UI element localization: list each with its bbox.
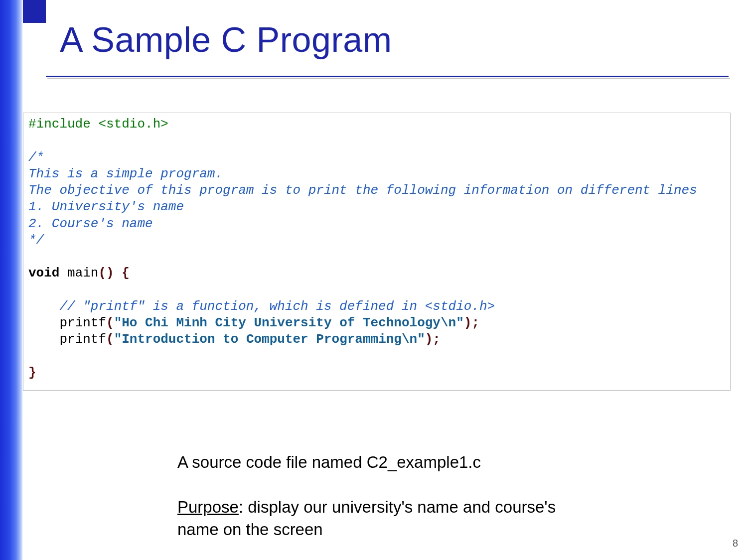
code-call-close: );: [425, 332, 441, 347]
code-string: "Ho Chi Minh City University of Technolo…: [114, 315, 464, 330]
code-comment-line: This is a simple program.: [28, 166, 223, 181]
code-string: "Introduction to Computer Programming\n": [114, 332, 425, 347]
caption-purpose-label: Purpose: [177, 498, 239, 516]
slide: A Sample C Program #include <stdio.h> /*…: [0, 0, 747, 560]
code-paren-close: ): [106, 266, 114, 280]
code-paren-open: (: [98, 266, 106, 280]
code-brace-open: {: [114, 266, 130, 280]
code-content: #include <stdio.h> /* This is a simple p…: [28, 116, 725, 381]
code-call-close: );: [464, 315, 479, 330]
slide-title: A Sample C Program: [60, 20, 392, 60]
code-inline-comment: // "printf" is a function, which is defi…: [28, 299, 495, 314]
caption-filename: A source code file named C2_example1.c: [177, 451, 481, 474]
title-underline: [46, 76, 729, 77]
side-gradient-bar: [0, 0, 23, 560]
page-number: 8: [733, 538, 738, 549]
code-fn-printf: printf: [59, 332, 106, 347]
code-call-open: (: [106, 332, 114, 347]
code-keyword-void: void: [28, 266, 59, 280]
corner-square: [23, 0, 46, 23]
code-box: #include <stdio.h> /* This is a simple p…: [23, 113, 731, 391]
title-underline-shadow: [47, 78, 730, 79]
code-brace-close: }: [28, 365, 36, 380]
code-fn-main: main: [59, 266, 98, 280]
code-comment-line: The objective of this program is to prin…: [28, 183, 697, 198]
code-fn-printf: printf: [59, 315, 106, 330]
code-call-open: (: [106, 315, 114, 330]
code-comment-open: /*: [28, 150, 44, 165]
code-comment-line: 2. Course's name: [28, 216, 153, 231]
code-indent: [28, 315, 59, 330]
code-indent: [28, 332, 59, 347]
code-include: #include <stdio.h>: [28, 117, 168, 132]
caption-purpose: Purpose: display our university's name a…: [177, 496, 586, 541]
code-comment-close: */: [28, 233, 44, 248]
code-comment-line: 1. University's name: [28, 199, 184, 214]
